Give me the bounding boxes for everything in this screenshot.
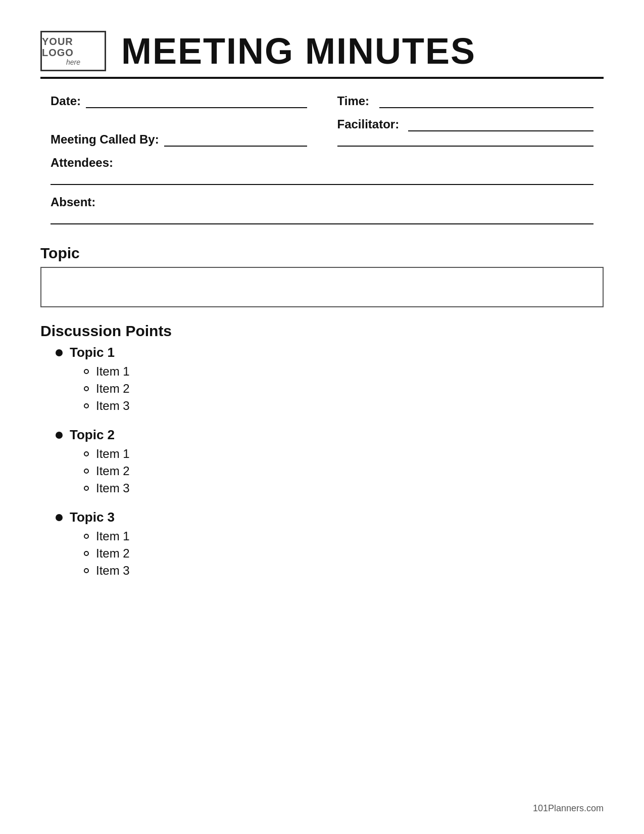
topic-2-item: Topic 2 Item 1 Item 2 Item 3 bbox=[56, 427, 604, 495]
topic-list: Topic 1 Item 1 Item 2 Item 3 bbox=[40, 345, 604, 578]
absent-row: Absent: bbox=[51, 195, 593, 224]
topic-box[interactable] bbox=[40, 267, 604, 307]
form-section: Date: Time: Meeting Called By: Facilitat… bbox=[40, 94, 604, 229]
topic-1-sub-bullet-3 bbox=[84, 403, 89, 408]
topic-2-sub-bullet-2 bbox=[84, 469, 89, 474]
facilitator-input-line-bottom[interactable] bbox=[337, 133, 594, 147]
facilitator-label: Facilitator: bbox=[337, 117, 400, 131]
topic-2-sub-item-3: Item 3 bbox=[84, 481, 604, 495]
topic-section: Topic bbox=[40, 245, 604, 307]
date-time-row: Date: Time: bbox=[51, 94, 593, 108]
topic-3-sub-text-3: Item 3 bbox=[96, 564, 130, 578]
topic-3-sub-item-2: Item 2 bbox=[84, 546, 604, 561]
topic-1-sub-list: Item 1 Item 2 Item 3 bbox=[56, 364, 604, 413]
footer-text: 101Planners.com bbox=[533, 803, 604, 813]
topic-1-sub-item-2: Item 2 bbox=[84, 382, 604, 396]
absent-input-line[interactable] bbox=[51, 211, 593, 224]
footer: 101Planners.com bbox=[533, 803, 604, 814]
topic-3-sub-bullet-1 bbox=[84, 534, 89, 539]
header: YOUR LOGO here MEETING MINUTES bbox=[40, 30, 604, 72]
topic-3-label: Topic 3 bbox=[56, 509, 604, 525]
topic-3-sub-item-1: Item 1 bbox=[84, 529, 604, 543]
called-by-facilitator-row: Meeting Called By: Facilitator: bbox=[51, 117, 593, 147]
logo-bottom-text: here bbox=[66, 58, 80, 66]
topic-1-sub-bullet-1 bbox=[84, 369, 89, 374]
topic-3-sub-list: Item 1 Item 2 Item 3 bbox=[56, 529, 604, 578]
logo-top-text: YOUR LOGO bbox=[42, 36, 105, 58]
topic-2-label: Topic 2 bbox=[56, 427, 604, 443]
meeting-called-by-label: Meeting Called By: bbox=[51, 132, 159, 147]
topic-1-item: Topic 1 Item 1 Item 2 Item 3 bbox=[56, 345, 604, 413]
facilitator-label-row: Facilitator: bbox=[337, 117, 594, 131]
date-input-line[interactable] bbox=[86, 95, 307, 108]
time-field: Time: bbox=[337, 94, 594, 108]
topic-2-sub-list: Item 1 Item 2 Item 3 bbox=[56, 447, 604, 495]
topic-1-sub-item-3: Item 3 bbox=[84, 399, 604, 413]
discussion-section: Discussion Points Topic 1 Item 1 Item 2 bbox=[40, 322, 604, 578]
page: YOUR LOGO here MEETING MINUTES Date: Tim… bbox=[0, 0, 644, 834]
topic-1-sub-text-1: Item 1 bbox=[96, 364, 130, 379]
facilitator-block: Facilitator: bbox=[337, 117, 594, 147]
topic-2-title: Topic 2 bbox=[70, 427, 115, 443]
topic-3-sub-text-1: Item 1 bbox=[96, 529, 130, 543]
time-input-line[interactable] bbox=[379, 95, 593, 108]
date-label: Date: bbox=[51, 94, 81, 108]
attendees-label: Attendees: bbox=[51, 156, 113, 170]
topic-3-sub-item-3: Item 3 bbox=[84, 564, 604, 578]
topic-3-sub-text-2: Item 2 bbox=[96, 546, 130, 561]
time-label: Time: bbox=[337, 94, 370, 108]
topic-1-title: Topic 1 bbox=[70, 345, 115, 360]
topic-2-bullet bbox=[56, 432, 63, 439]
topic-1-sub-item-1: Item 1 bbox=[84, 364, 604, 379]
attendees-row: Attendees: bbox=[51, 156, 593, 185]
topic-2-sub-item-2: Item 2 bbox=[84, 464, 604, 478]
attendees-input-line[interactable] bbox=[51, 172, 593, 185]
discussion-section-title: Discussion Points bbox=[40, 322, 604, 340]
date-field: Date: bbox=[51, 94, 307, 108]
topic-2-sub-text-2: Item 2 bbox=[96, 464, 130, 478]
facilitator-input-line-top[interactable] bbox=[408, 118, 593, 131]
topic-1-sub-bullet-2 bbox=[84, 386, 89, 391]
header-divider bbox=[40, 77, 604, 79]
meeting-called-by-field: Meeting Called By: bbox=[51, 132, 307, 147]
topic-2-sub-item-1: Item 1 bbox=[84, 447, 604, 461]
topic-2-sub-bullet-1 bbox=[84, 451, 89, 456]
absent-label: Absent: bbox=[51, 195, 95, 209]
topic-2-sub-bullet-3 bbox=[84, 486, 89, 491]
topic-1-bullet bbox=[56, 349, 63, 356]
topic-section-title: Topic bbox=[40, 245, 604, 262]
topic-3-title: Topic 3 bbox=[70, 509, 115, 525]
topic-3-bullet bbox=[56, 514, 63, 521]
main-title: MEETING MINUTES bbox=[121, 30, 476, 72]
topic-3-item: Topic 3 Item 1 Item 2 Item 3 bbox=[56, 509, 604, 578]
logo-box: YOUR LOGO here bbox=[40, 31, 106, 71]
topic-2-sub-text-3: Item 3 bbox=[96, 481, 130, 495]
facilitator-field: Facilitator: bbox=[337, 117, 594, 147]
topic-1-sub-text-2: Item 2 bbox=[96, 382, 130, 396]
topic-3-sub-bullet-2 bbox=[84, 551, 89, 556]
topic-1-label: Topic 1 bbox=[56, 345, 604, 360]
meeting-called-by-input-line[interactable] bbox=[164, 133, 307, 147]
topic-1-sub-text-3: Item 3 bbox=[96, 399, 130, 413]
topic-3-sub-bullet-3 bbox=[84, 568, 89, 573]
topic-2-sub-text-1: Item 1 bbox=[96, 447, 130, 461]
